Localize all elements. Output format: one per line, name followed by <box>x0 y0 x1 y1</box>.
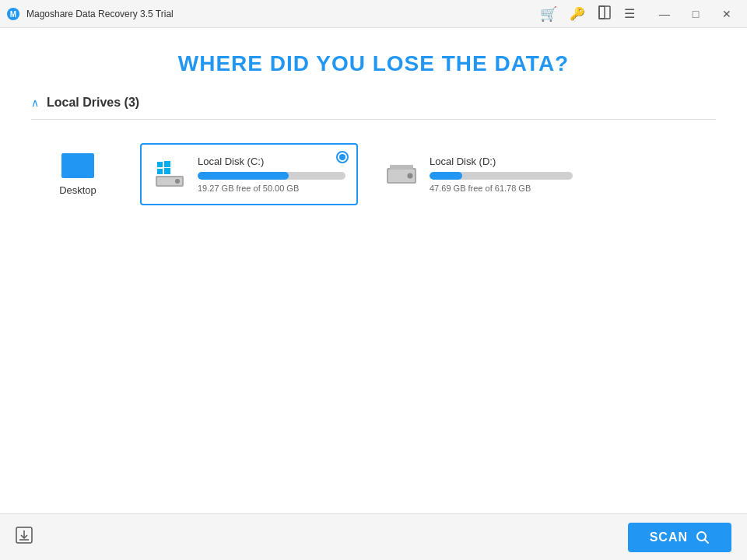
svg-rect-9 <box>157 169 163 174</box>
close-button[interactable]: ✕ <box>713 3 741 25</box>
radio-selected-c <box>336 151 349 163</box>
section-title: Local Drives (3) <box>47 96 139 110</box>
title-bar: M Magoshare Data Recovery 3.5 Trial 🛒 🔑 … <box>0 0 747 28</box>
svg-point-13 <box>408 173 413 179</box>
disk-card-c[interactable]: Local Disk (C:) 19.27 GB free of 50.00 G… <box>140 143 358 205</box>
scan-search-icon <box>696 530 710 544</box>
disk-icon-c <box>153 159 187 190</box>
svg-rect-3 <box>599 6 605 19</box>
svg-rect-8 <box>164 161 170 167</box>
svg-line-19 <box>705 539 709 543</box>
toolbar-icons: 🛒 🔑 ☰ <box>540 5 635 23</box>
disk-name-d: Local Disk (D:) <box>430 156 573 167</box>
progress-bar-bg-c <box>198 172 345 180</box>
svg-rect-7 <box>157 162 163 167</box>
disk-info-c: Local Disk (C:) 19.27 GB free of 50.00 G… <box>198 156 345 193</box>
main-content: WHERE DID YOU LOSE THE DATA? ∧ Local Dri… <box>0 28 747 513</box>
section-header: ∧ Local Drives (3) <box>31 96 716 120</box>
scan-button[interactable]: SCAN <box>628 523 731 552</box>
disk-size-c: 19.27 GB free of 50.00 GB <box>198 184 345 193</box>
disk-icon-d <box>384 162 419 187</box>
window-controls: — □ ✕ <box>651 3 741 25</box>
cart-icon[interactable]: 🛒 <box>540 5 557 23</box>
title-bar-left: M Magoshare Data Recovery 3.5 Trial <box>6 7 174 21</box>
disk-name-c: Local Disk (C:) <box>198 156 345 167</box>
download-icon[interactable] <box>16 527 33 548</box>
key-icon[interactable]: 🔑 <box>570 6 585 21</box>
disk-size-d: 47.69 GB free of 61.78 GB <box>430 184 573 193</box>
page-title: WHERE DID YOU LOSE THE DATA? <box>31 51 716 76</box>
app-icon: M <box>6 7 20 21</box>
drive-item-label-desktop: Desktop <box>59 184 96 196</box>
disk-info-d: Local Disk (D:) 47.69 GB free of 61.78 G… <box>430 156 573 193</box>
bottom-bar: SCAN <box>0 513 747 560</box>
desktop-icon <box>61 153 94 178</box>
menu-icon[interactable]: ☰ <box>624 6 635 21</box>
svg-rect-14 <box>390 165 413 170</box>
svg-rect-10 <box>164 168 170 174</box>
minimize-button[interactable]: — <box>651 3 679 25</box>
maximize-button[interactable]: □ <box>682 3 710 25</box>
drives-area: Desktop <box>31 135 716 213</box>
chevron-up-icon[interactable]: ∧ <box>31 96 39 109</box>
drive-item-desktop[interactable]: Desktop <box>31 143 124 205</box>
scan-label: SCAN <box>650 530 688 544</box>
progress-bar-bg-d <box>430 172 573 180</box>
svg-text:M: M <box>10 10 16 19</box>
disk-card-d[interactable]: Local Disk (D:) 47.69 GB free of 61.78 G… <box>374 143 584 205</box>
svg-point-6 <box>175 179 180 184</box>
bookmark-icon[interactable] <box>598 5 612 23</box>
page-heading: WHERE DID YOU LOSE THE DATA? <box>31 28 716 96</box>
progress-bar-fill-d <box>430 172 462 180</box>
progress-bar-fill-c <box>198 172 289 180</box>
app-title: Magoshare Data Recovery 3.5 Trial <box>26 9 174 19</box>
